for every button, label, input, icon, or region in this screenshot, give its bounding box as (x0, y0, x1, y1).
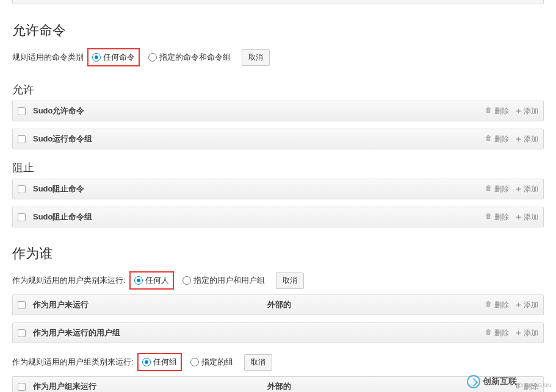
plus-icon (515, 107, 522, 115)
previous-panel-stub (12, 0, 544, 4)
radio-icon (182, 276, 191, 285)
radio-specified-user[interactable]: 指定的用户和用户组 (180, 274, 267, 287)
delete-label: 删除 (494, 300, 509, 310)
aswho-group-category-row: 作为规则适用的用户组类别来运行: 任何组 指定的组 取消 (12, 351, 544, 376)
panel-title: 作为用户来运行的用户组 (33, 327, 486, 338)
panel-col1: 作为用户组来运行 (33, 381, 267, 392)
add-button[interactable]: 添加 (515, 328, 538, 338)
checkbox[interactable] (18, 107, 26, 115)
trash-icon (486, 185, 493, 193)
add-button[interactable]: 添加 (515, 106, 538, 116)
panel-run-as-user-group: 作为用户来运行的用户组 删除 添加 (12, 323, 544, 343)
subsection-allow-title: 允许 (12, 82, 544, 97)
cancel-button[interactable]: 取消 (276, 273, 304, 289)
radio-icon (190, 358, 199, 366)
allow-command-category-row: 规则适用的命令类别 任何命令 指定的命令和命令组 取消 (12, 46, 544, 71)
section-as-who-title: 作为谁 (12, 244, 544, 263)
add-button[interactable]: 添加 (515, 300, 538, 310)
radio-specified-command-label: 指定的命令和命令组 (159, 52, 231, 63)
checkbox[interactable] (18, 185, 26, 193)
aswho-user-category-row: 作为规则适用的用户类别来运行: 任何人 指定的用户和用户组 取消 (12, 269, 544, 294)
panel-sudo-block-command-group: Sudo阻止命令组 删除 添加 (12, 207, 544, 227)
plus-icon (515, 185, 522, 193)
radio-any-command-label: 任何命令 (103, 52, 135, 63)
panel-title: Sudo阻止命令组 (33, 212, 486, 223)
panel-run-as-user: 作为用户来运行 外部的 删除 添加 (12, 294, 544, 315)
delete-button[interactable]: 删除 (486, 184, 509, 194)
radio-specified-group[interactable]: 指定的组 (188, 355, 236, 369)
plus-icon (515, 329, 522, 337)
add-button[interactable]: 添加 (515, 212, 538, 223)
radio-icon (134, 276, 143, 285)
checkbox[interactable] (18, 383, 26, 391)
panel-title: Sudo允许命令 (33, 105, 486, 116)
add-button[interactable]: 添加 (515, 134, 538, 144)
add-label: 添加 (524, 134, 538, 144)
delete-label: 删除 (494, 328, 509, 338)
trash-icon (486, 107, 493, 115)
checkbox[interactable] (18, 213, 26, 221)
radio-specified-command[interactable]: 指定的命令和命令组 (146, 51, 233, 64)
panel-sudo-run-command-group: Sudo运行命令组 删除 添加 (12, 129, 544, 149)
panel-title: Sudo阻止命令 (33, 184, 486, 194)
cancel-button[interactable]: 取消 (244, 354, 272, 371)
watermark-brand: 创新互联 (483, 376, 517, 387)
plus-icon (515, 135, 522, 143)
add-label: 添加 (524, 106, 538, 116)
watermark: 创新互联 CHUANGXIN (467, 375, 551, 388)
aswho-group-label: 作为规则适用的用户组类别来运行: (12, 357, 134, 368)
aswho-user-label: 作为规则适用的用户类别来运行: (12, 275, 126, 286)
delete-label: 删除 (494, 106, 509, 116)
delete-button[interactable]: 删除 (486, 212, 509, 223)
radio-anyone[interactable]: 任何人 (129, 271, 174, 290)
radio-specified-group-label: 指定的组 (201, 357, 233, 368)
delete-label: 删除 (494, 184, 509, 194)
panel-col2: 外部的 (267, 299, 486, 310)
watermark-logo-icon (467, 375, 480, 388)
add-label: 添加 (524, 184, 538, 194)
trash-icon (486, 329, 493, 337)
trash-icon (486, 135, 493, 143)
panel-sudo-allow-command: Sudo允许命令 删除 添加 (12, 101, 544, 121)
checkbox[interactable] (18, 135, 26, 143)
radio-anygroup[interactable]: 任何组 (137, 353, 182, 371)
plus-icon (515, 213, 522, 221)
checkbox[interactable] (18, 301, 26, 309)
delete-label: 删除 (494, 212, 509, 223)
radio-icon (142, 358, 151, 366)
delete-button[interactable]: 删除 (486, 134, 509, 144)
panel-sudo-block-command: Sudo阻止命令 删除 添加 (12, 179, 544, 199)
subsection-block-title: 阻止 (12, 160, 544, 175)
cancel-button[interactable]: 取消 (242, 49, 270, 66)
radio-anyone-label: 任何人 (145, 275, 169, 286)
delete-button[interactable]: 删除 (486, 328, 509, 338)
delete-button[interactable]: 删除 (486, 106, 509, 116)
trash-icon (486, 301, 493, 308)
add-label: 添加 (524, 300, 538, 310)
panel-col1: 作为用户来运行 (33, 299, 267, 310)
panel-run-as-group: 作为用户组来运行 外部的 删除 (12, 376, 544, 392)
plus-icon (515, 301, 522, 308)
add-button[interactable]: 添加 (515, 184, 538, 194)
radio-anygroup-label: 任何组 (153, 357, 177, 368)
add-label: 添加 (524, 328, 538, 338)
checkbox[interactable] (18, 329, 26, 337)
trash-icon (486, 213, 493, 221)
radio-specified-user-label: 指定的用户和用户组 (193, 275, 265, 286)
add-label: 添加 (524, 212, 538, 223)
allow-category-label: 规则适用的命令类别 (12, 52, 84, 63)
radio-any-command[interactable]: 任何命令 (87, 48, 140, 66)
radio-icon (148, 53, 157, 62)
delete-button[interactable]: 删除 (486, 300, 509, 310)
section-allow-commands-title: 允许命令 (12, 21, 544, 40)
panel-title: Sudo运行命令组 (33, 134, 486, 144)
radio-icon (92, 53, 101, 62)
watermark-sub: CHUANGXIN (518, 382, 551, 388)
delete-label: 删除 (494, 134, 509, 144)
